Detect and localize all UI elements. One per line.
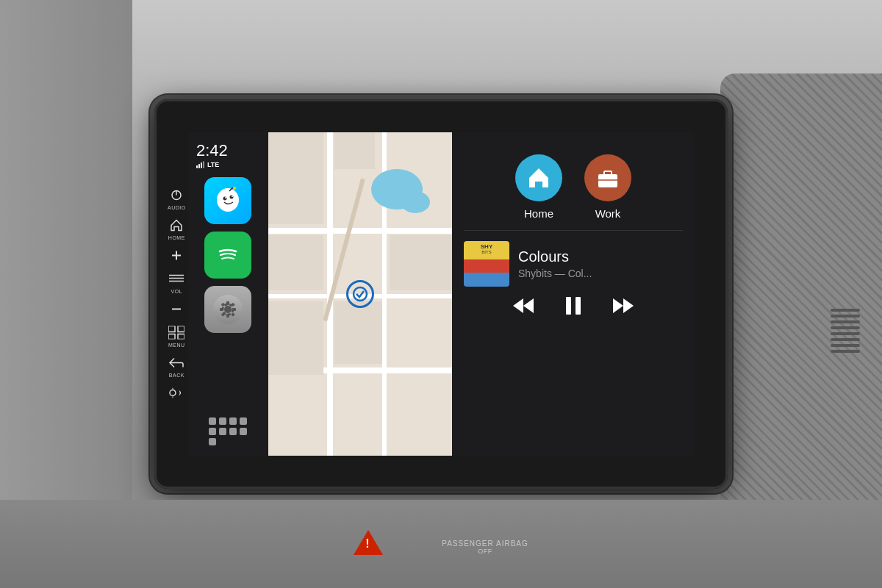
svg-rect-28 bbox=[220, 308, 223, 311]
vol-control[interactable]: VOL bbox=[168, 271, 184, 294]
home-button[interactable]: HOME bbox=[168, 218, 185, 240]
map-block bbox=[390, 235, 452, 290]
warning-exclaim: ! bbox=[365, 537, 369, 551]
svg-point-19 bbox=[225, 197, 226, 198]
vent-slot bbox=[831, 350, 860, 353]
menu-button[interactable]: MENU bbox=[168, 325, 185, 348]
work-shortcut[interactable]: Work bbox=[584, 154, 631, 220]
airbag-label-group: PASSENGER AIRBAG OFF bbox=[442, 534, 528, 555]
location-pin bbox=[346, 280, 374, 308]
signal-row: LTE bbox=[196, 161, 262, 168]
vent-slot bbox=[831, 309, 860, 312]
map-road bbox=[268, 228, 452, 234]
warning-triangle-icon: ! bbox=[354, 530, 383, 555]
grid-dot bbox=[240, 417, 247, 425]
back-icon bbox=[168, 355, 184, 371]
pause-button[interactable] bbox=[564, 295, 582, 316]
grid-dot bbox=[229, 417, 237, 425]
fast-forward-button[interactable] bbox=[612, 297, 635, 315]
screen-sidebar: 2:42 LTE bbox=[187, 132, 268, 456]
svg-marker-38 bbox=[513, 298, 523, 313]
album-text-top: SHY bbox=[464, 244, 509, 250]
settings-app-icon[interactable] bbox=[204, 286, 251, 333]
dashboard-bottom: ! PASSENGER AIRBAG OFF bbox=[0, 500, 882, 588]
vol-lines-icon bbox=[168, 271, 184, 287]
grid-dot bbox=[209, 417, 216, 425]
screen-divider bbox=[464, 230, 683, 231]
svg-point-21 bbox=[233, 187, 236, 190]
home-label: HOME bbox=[168, 235, 185, 240]
svg-marker-42 bbox=[613, 298, 623, 313]
vent-slot bbox=[831, 320, 860, 323]
vent-slot bbox=[831, 338, 860, 341]
air-vent bbox=[831, 176, 860, 485]
svg-point-18 bbox=[230, 196, 234, 199]
svg-rect-10 bbox=[168, 334, 175, 340]
grid-dot bbox=[209, 428, 216, 435]
svg-marker-39 bbox=[523, 298, 534, 313]
album-art-text: SHY BITS bbox=[464, 244, 509, 255]
vent-slot bbox=[831, 326, 860, 329]
map-water bbox=[401, 191, 430, 213]
work-shortcut-label: Work bbox=[595, 207, 621, 220]
back-button[interactable]: BACK bbox=[168, 355, 184, 378]
minus-icon bbox=[168, 301, 184, 318]
airbag-warning: ! bbox=[354, 530, 383, 558]
back-label: BACK bbox=[169, 373, 184, 378]
vol-label: VOL bbox=[171, 289, 183, 294]
head-unit: AUDIO HOME bbox=[154, 99, 728, 489]
home-shortcut-label: Home bbox=[524, 207, 553, 220]
audio-button[interactable]: AUDIO bbox=[168, 187, 186, 210]
map-block bbox=[268, 132, 323, 224]
svg-rect-26 bbox=[226, 301, 229, 305]
dashboard: AUDIO HOME bbox=[0, 0, 882, 588]
power-icon bbox=[168, 187, 184, 204]
svg-point-16 bbox=[220, 188, 235, 203]
album-text-mid: BITS bbox=[464, 250, 509, 255]
airbag-label: PASSENGER AIRBAG bbox=[442, 539, 528, 548]
plus-icon bbox=[168, 248, 184, 264]
svg-point-24 bbox=[224, 306, 232, 313]
warning-triangle-container: ! bbox=[354, 530, 383, 558]
now-playing-info: SHY BITS Colours Shybits — Col... bbox=[464, 241, 683, 287]
svg-rect-29 bbox=[232, 308, 236, 311]
carplay-screen: 2:42 LTE bbox=[187, 132, 695, 456]
map-block bbox=[268, 235, 323, 290]
physical-button-column: AUDIO HOME bbox=[168, 187, 186, 401]
screen-right-panel: Home Work bbox=[452, 132, 695, 456]
signal-bar-3 bbox=[201, 162, 202, 168]
svg-rect-8 bbox=[168, 326, 175, 332]
brightness-button[interactable] bbox=[168, 385, 184, 401]
home-icon bbox=[168, 218, 184, 234]
map-view[interactable] bbox=[268, 132, 452, 456]
svg-rect-27 bbox=[226, 314, 229, 318]
menu-icon bbox=[168, 325, 184, 341]
svg-rect-40 bbox=[566, 297, 571, 315]
menu-label: MENU bbox=[168, 343, 185, 348]
rewind-button[interactable] bbox=[512, 297, 535, 315]
vent-slot bbox=[831, 344, 860, 347]
app-launcher-button[interactable] bbox=[209, 412, 247, 448]
svg-rect-36 bbox=[604, 171, 612, 176]
map-background bbox=[268, 132, 452, 456]
svg-point-17 bbox=[223, 197, 227, 201]
svg-point-12 bbox=[170, 390, 176, 396]
waze-app-icon[interactable] bbox=[204, 177, 251, 224]
now-playing: SHY BITS Colours Shybits — Col... bbox=[464, 241, 683, 322]
svg-rect-9 bbox=[178, 326, 184, 332]
vol-down-button[interactable] bbox=[168, 301, 184, 318]
track-title: Colours bbox=[518, 248, 592, 265]
vent-slot bbox=[831, 332, 860, 335]
svg-marker-43 bbox=[623, 298, 634, 313]
spotify-app-icon[interactable] bbox=[204, 232, 251, 279]
time-display: 2:42 bbox=[196, 143, 262, 159]
track-info: Colours Shybits — Col... bbox=[518, 248, 592, 279]
home-shortcut[interactable]: Home bbox=[515, 154, 562, 220]
nav-shortcuts: Home Work bbox=[464, 147, 683, 220]
signal-bar-4 bbox=[203, 161, 204, 168]
airbag-status: OFF bbox=[478, 548, 492, 555]
lte-label: LTE bbox=[207, 161, 219, 168]
vol-up-button[interactable] bbox=[168, 248, 184, 264]
signal-bar-1 bbox=[196, 165, 198, 168]
svg-rect-11 bbox=[178, 334, 184, 340]
